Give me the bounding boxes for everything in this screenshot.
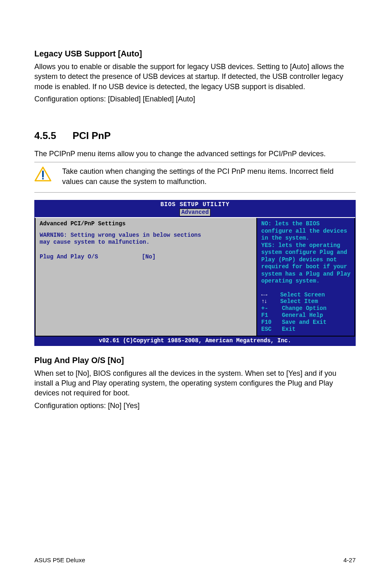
- bios-left-panel: Advanced PCI/PnP Settings WARNING: Setti…: [35, 218, 257, 337]
- bios-key-save-exit: F10 Save and Exit: [261, 319, 327, 325]
- bios-screenshot: BIOS SETUP UTILITY Advanced Advanced PCI…: [34, 200, 356, 346]
- bios-footer: v02.61 (C)Copyright 1985-2008, American …: [35, 337, 355, 346]
- pci-pnp-heading-row: 4.5.5 PCI PnP: [34, 130, 356, 141]
- bios-warning-line1: WARNING: Setting wrong values in below s…: [40, 232, 252, 239]
- bios-help-text: NO: lets the BIOS configure all the devi…: [261, 220, 351, 285]
- pci-pnp-description: The PCIPnP menu items allow you to chang…: [34, 149, 356, 159]
- legacy-usb-config-options: Configuration options: [Disabled] [Enabl…: [34, 94, 356, 104]
- page-footer: ASUS P5E Deluxe 4-27: [34, 557, 356, 563]
- section-title: PCI PnP: [72, 130, 110, 141]
- up-down-arrows-icon: ↑↓: [261, 298, 267, 305]
- footer-product: ASUS P5E Deluxe: [34, 557, 85, 563]
- legacy-usb-heading: Legacy USB Support [Auto]: [34, 49, 356, 58]
- caution-icon: [34, 166, 52, 182]
- bios-tab-row: Advanced: [35, 209, 355, 218]
- bios-key-select-item: Select Item: [267, 298, 318, 305]
- plug-and-play-description: When set to [No], BIOS configures all th…: [34, 368, 356, 398]
- bios-tab-advanced: Advanced: [179, 209, 210, 217]
- plug-and-play-config-options: Configuration options: [No] [Yes]: [34, 401, 356, 411]
- plug-and-play-heading: Plug And Play O/S [No]: [34, 356, 356, 365]
- bios-key-general-help: F1 General Help: [261, 312, 323, 319]
- footer-page-number: 4-27: [343, 557, 356, 563]
- bios-title: BIOS SETUP UTILITY: [35, 200, 355, 209]
- bios-key-select-screen: Select Screen: [267, 292, 325, 298]
- bios-option-value: [No]: [142, 254, 156, 261]
- legacy-usb-description: Allows you to enable or disable the supp…: [34, 62, 356, 92]
- left-right-arrows-icon: ←→: [261, 292, 267, 298]
- bios-panel-title: Advanced PCI/PnP Settings: [40, 220, 252, 228]
- bios-option-row: Plug And Play O/S [No]: [40, 254, 252, 261]
- section-number: 4.5.5: [34, 130, 56, 141]
- caution-text: Take caution when changing the settings …: [62, 166, 356, 186]
- bios-option-key: Plug And Play O/S: [40, 254, 142, 261]
- bios-warning-line2: may cause system to malfunction.: [40, 239, 252, 246]
- caution-note: Take caution when changing the settings …: [34, 162, 356, 193]
- svg-point-2: [42, 178, 44, 180]
- bios-key-hints: ←→ Select Screen ↑↓ Select Item +- Chang…: [261, 292, 351, 333]
- bios-right-panel: NO: lets the BIOS configure all the devi…: [257, 218, 355, 337]
- bios-key-exit: ESC Exit: [261, 326, 296, 332]
- bios-key-change-option: +- Change Option: [261, 305, 327, 312]
